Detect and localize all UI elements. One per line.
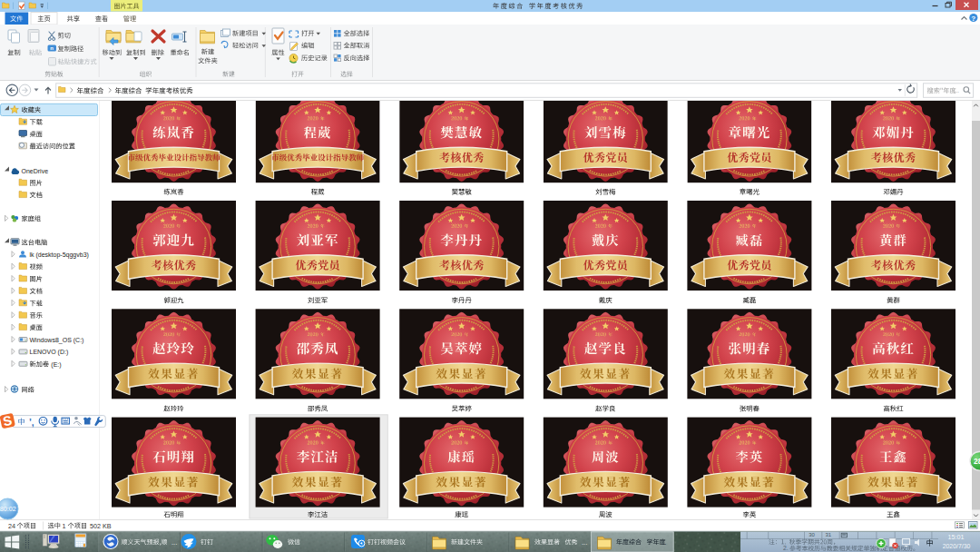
svg-text:?: ? (971, 15, 975, 23)
svg-text:lk (desktop-5qggvb3): lk (desktop-5qggvb3) (30, 251, 89, 259)
svg-text:OneDrive: OneDrive (22, 168, 49, 174)
svg-text:1: 1 (63, 522, 66, 530)
svg-text:15:01: 15:01 (948, 533, 965, 541)
svg-text:502 KB: 502 KB (90, 522, 112, 530)
svg-text:2020/7/30: 2020/7/30 (943, 543, 971, 549)
svg-text:...: ... (954, 86, 959, 94)
svg-text:24: 24 (8, 522, 15, 530)
svg-text:...: ... (661, 538, 666, 547)
svg-text:30: 30 (808, 532, 815, 537)
svg-text:2.: 2. (783, 545, 789, 551)
svg-text:...: ... (172, 538, 177, 547)
svg-text:Windows8_OS (C:): Windows8_OS (C:) (30, 337, 84, 344)
svg-text:...: ... (582, 538, 587, 547)
svg-text:LENOVO (D:): LENOVO (D:) (30, 349, 69, 356)
svg-text:’,: ’, (29, 418, 34, 428)
svg-text:31: 31 (825, 532, 831, 537)
svg-text:28: 28 (974, 457, 980, 466)
svg-text:80:02: 80:02 (0, 505, 16, 513)
svg-text:n: n (50, 45, 54, 51)
svg-text:(E:): (E:) (51, 361, 61, 369)
